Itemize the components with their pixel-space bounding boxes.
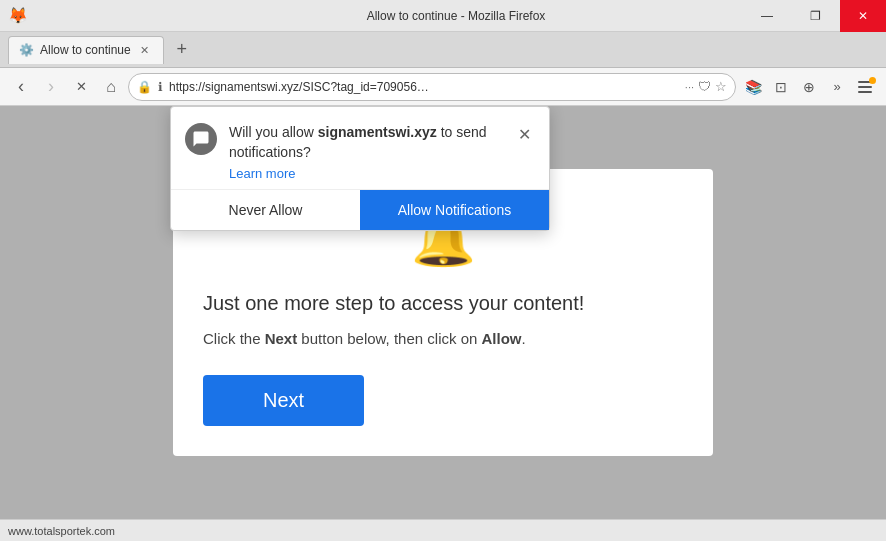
popup-message: Will you allow signamentswi.xyz to send … <box>229 123 501 162</box>
browser-content: MYANTISPYWARE.COM Will you allow signame… <box>0 106 886 519</box>
home-button[interactable]: ⌂ <box>98 74 124 100</box>
instruction-middle: button below, then click on <box>297 330 481 347</box>
popup-learn-more-link[interactable]: Learn more <box>229 166 501 181</box>
popup-header: Will you allow signamentswi.xyz to send … <box>171 107 549 189</box>
popup-chat-icon <box>185 123 217 155</box>
popup-text-area: Will you allow signamentswi.xyz to send … <box>229 123 501 181</box>
popup-domain: signamentswi.xyz <box>318 124 437 140</box>
browser-favicon: 🦊 <box>8 6 28 25</box>
restore-button[interactable]: ❐ <box>792 0 838 32</box>
tab-close-button[interactable]: ✕ <box>137 42 153 58</box>
forward-button[interactable]: › <box>38 74 64 100</box>
popup-close-button[interactable]: ✕ <box>513 123 535 145</box>
address-bar[interactable]: 🔒 ℹ https://signamentswi.xyz/SISC?tag_id… <box>128 73 736 101</box>
popup-actions: Never Allow Allow Notifications <box>171 189 549 230</box>
address-extra-icons: ··· 🛡 ☆ <box>685 79 727 94</box>
nav-bar: ‹ › ✕ ⌂ 🔒 ℹ https://signamentswi.xyz/SIS… <box>0 68 886 106</box>
security-icon: 🔒 <box>137 80 152 94</box>
tab-label: Allow to continue <box>40 43 131 57</box>
extensions-icon[interactable]: » <box>824 74 850 100</box>
popup-message-prefix: Will you allow <box>229 124 318 140</box>
minimize-button[interactable]: — <box>744 0 790 32</box>
menu-button[interactable] <box>852 74 878 100</box>
sync-icon[interactable]: ⊡ <box>768 74 794 100</box>
never-allow-button[interactable]: Never Allow <box>171 190 360 230</box>
url-display: https://signamentswi.xyz/SISC?tag_id=709… <box>169 80 679 94</box>
info-icon: ℹ <box>158 80 163 94</box>
content-heading: Just one more step to access your conten… <box>203 290 584 316</box>
back-button[interactable]: ‹ <box>8 74 34 100</box>
zoom-icon[interactable]: ⊕ <box>796 74 822 100</box>
active-tab[interactable]: ⚙️ Allow to continue ✕ <box>8 36 164 64</box>
content-instructions: Click the Next button below, then click … <box>203 328 526 351</box>
status-bar: www.totalsportek.com <box>0 519 886 541</box>
tab-settings-icon: ⚙️ <box>19 43 34 57</box>
reload-button[interactable]: ✕ <box>68 74 94 100</box>
notification-popup: Will you allow signamentswi.xyz to send … <box>170 106 550 231</box>
shield-icon: 🛡 <box>698 79 711 94</box>
new-tab-button[interactable]: + <box>168 36 196 64</box>
nav-extra-icons: 📚 ⊡ ⊕ » <box>740 74 878 100</box>
next-button[interactable]: Next <box>203 375 364 426</box>
instruction-allow: Allow <box>482 330 522 347</box>
tab-bar: ⚙️ Allow to continue ✕ + <box>0 32 886 68</box>
title-bar: 🦊 Allow to continue - Mozilla Firefox — … <box>0 0 886 32</box>
allow-notifications-button[interactable]: Allow Notifications <box>360 190 549 230</box>
more-dots[interactable]: ··· <box>685 81 694 93</box>
library-icon[interactable]: 📚 <box>740 74 766 100</box>
star-bookmark-icon[interactable]: ☆ <box>715 79 727 94</box>
close-button[interactable]: ✕ <box>840 0 886 32</box>
instruction-next: Next <box>265 330 298 347</box>
instruction-prefix: Click the <box>203 330 265 347</box>
instruction-suffix: . <box>522 330 526 347</box>
status-text: www.totalsportek.com <box>8 525 115 537</box>
window-controls: — ❐ ✕ <box>744 0 886 31</box>
